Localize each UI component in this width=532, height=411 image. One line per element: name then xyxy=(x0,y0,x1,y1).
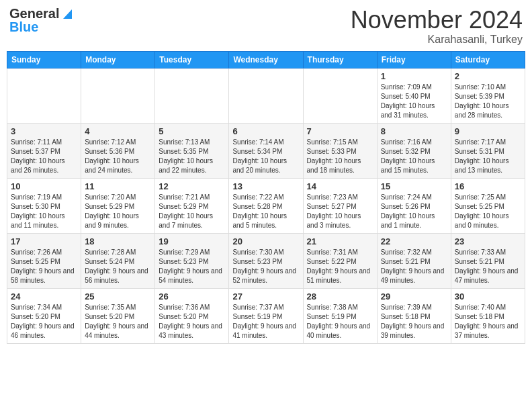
calendar-day-cell: 11Sunrise: 7:20 AMSunset: 5:29 PMDayligh… xyxy=(81,178,155,233)
day-info: Sunrise: 7:14 AMSunset: 5:34 PMDaylight:… xyxy=(232,138,299,175)
calendar-day-cell: 27Sunrise: 7:37 AMSunset: 5:19 PMDayligh… xyxy=(229,288,303,343)
day-of-week-header: Thursday xyxy=(303,51,377,68)
month-title: November 2024 xyxy=(351,7,523,34)
page-header: General Blue November 2024 Karahasanli, … xyxy=(7,7,525,46)
day-of-week-header: Wednesday xyxy=(229,51,303,68)
day-info: Sunrise: 7:40 AMSunset: 5:18 PMDaylight:… xyxy=(455,303,521,340)
day-info: Sunrise: 7:23 AMSunset: 5:27 PMDaylight:… xyxy=(307,193,373,230)
day-info: Sunrise: 7:33 AMSunset: 5:21 PMDaylight:… xyxy=(455,248,521,285)
day-number: 13 xyxy=(232,181,299,191)
day-number: 18 xyxy=(85,236,151,246)
day-number: 1 xyxy=(381,71,447,81)
title-block: November 2024 Karahasanli, Turkey xyxy=(351,7,523,46)
calendar-day-cell: 1Sunrise: 7:09 AMSunset: 5:40 PMDaylight… xyxy=(377,68,451,123)
calendar-day-cell: 7Sunrise: 7:15 AMSunset: 5:33 PMDaylight… xyxy=(303,123,377,178)
day-number: 12 xyxy=(159,181,225,191)
day-number: 25 xyxy=(85,291,151,302)
day-number: 20 xyxy=(232,236,299,246)
day-info: Sunrise: 7:12 AMSunset: 5:36 PMDaylight:… xyxy=(85,138,151,175)
calendar-day-cell: 3Sunrise: 7:11 AMSunset: 5:37 PMDaylight… xyxy=(7,123,81,178)
day-info: Sunrise: 7:20 AMSunset: 5:29 PMDaylight:… xyxy=(85,193,151,230)
calendar-week-row: 3Sunrise: 7:11 AMSunset: 5:37 PMDaylight… xyxy=(7,123,525,178)
day-info: Sunrise: 7:13 AMSunset: 5:35 PMDaylight:… xyxy=(159,138,225,175)
day-number: 8 xyxy=(381,126,447,136)
day-number: 5 xyxy=(159,126,225,136)
calendar-week-row: 1Sunrise: 7:09 AMSunset: 5:40 PMDaylight… xyxy=(7,68,525,123)
logo: General Blue xyxy=(9,7,72,34)
day-number: 26 xyxy=(159,291,225,302)
calendar-day-cell: 18Sunrise: 7:28 AMSunset: 5:24 PMDayligh… xyxy=(81,233,155,288)
calendar-day-cell: 2Sunrise: 7:10 AMSunset: 5:39 PMDaylight… xyxy=(451,68,525,123)
calendar-day-cell: 22Sunrise: 7:32 AMSunset: 5:21 PMDayligh… xyxy=(377,233,451,288)
day-number: 24 xyxy=(11,291,77,302)
calendar-day-cell: 10Sunrise: 7:19 AMSunset: 5:30 PMDayligh… xyxy=(7,178,81,233)
calendar-header-row: SundayMondayTuesdayWednesdayThursdayFrid… xyxy=(7,51,525,68)
calendar-week-row: 24Sunrise: 7:34 AMSunset: 5:20 PMDayligh… xyxy=(7,288,525,343)
day-info: Sunrise: 7:32 AMSunset: 5:21 PMDaylight:… xyxy=(381,248,447,285)
calendar-day-cell: 28Sunrise: 7:38 AMSunset: 5:19 PMDayligh… xyxy=(303,288,377,343)
calendar-day-cell xyxy=(155,68,229,123)
calendar-day-cell: 24Sunrise: 7:34 AMSunset: 5:20 PMDayligh… xyxy=(7,288,81,343)
day-info: Sunrise: 7:11 AMSunset: 5:37 PMDaylight:… xyxy=(11,138,77,175)
day-info: Sunrise: 7:24 AMSunset: 5:26 PMDaylight:… xyxy=(381,193,447,230)
day-info: Sunrise: 7:36 AMSunset: 5:20 PMDaylight:… xyxy=(159,303,225,340)
day-info: Sunrise: 7:15 AMSunset: 5:33 PMDaylight:… xyxy=(307,138,373,175)
calendar-day-cell xyxy=(7,68,81,123)
day-info: Sunrise: 7:34 AMSunset: 5:20 PMDaylight:… xyxy=(11,303,77,340)
calendar-day-cell: 16Sunrise: 7:25 AMSunset: 5:25 PMDayligh… xyxy=(451,178,525,233)
day-number: 3 xyxy=(11,126,77,136)
calendar-day-cell: 13Sunrise: 7:22 AMSunset: 5:28 PMDayligh… xyxy=(229,178,303,233)
calendar-day-cell: 21Sunrise: 7:31 AMSunset: 5:22 PMDayligh… xyxy=(303,233,377,288)
day-number: 28 xyxy=(307,291,373,302)
calendar-day-cell: 9Sunrise: 7:17 AMSunset: 5:31 PMDaylight… xyxy=(451,123,525,178)
calendar-day-cell: 29Sunrise: 7:39 AMSunset: 5:18 PMDayligh… xyxy=(377,288,451,343)
day-number: 10 xyxy=(11,181,77,191)
day-info: Sunrise: 7:25 AMSunset: 5:25 PMDaylight:… xyxy=(455,193,521,230)
day-of-week-header: Monday xyxy=(81,51,155,68)
day-number: 11 xyxy=(85,181,151,191)
calendar-day-cell: 4Sunrise: 7:12 AMSunset: 5:36 PMDaylight… xyxy=(81,123,155,178)
calendar-day-cell: 14Sunrise: 7:23 AMSunset: 5:27 PMDayligh… xyxy=(303,178,377,233)
calendar-day-cell: 5Sunrise: 7:13 AMSunset: 5:35 PMDaylight… xyxy=(155,123,229,178)
calendar-day-cell: 12Sunrise: 7:21 AMSunset: 5:29 PMDayligh… xyxy=(155,178,229,233)
day-number: 15 xyxy=(381,181,447,191)
day-number: 27 xyxy=(232,291,299,302)
day-number: 14 xyxy=(307,181,373,191)
day-info: Sunrise: 7:35 AMSunset: 5:20 PMDaylight:… xyxy=(85,303,151,340)
day-number: 7 xyxy=(307,126,373,136)
day-of-week-header: Tuesday xyxy=(155,51,229,68)
day-info: Sunrise: 7:09 AMSunset: 5:40 PMDaylight:… xyxy=(381,83,447,120)
calendar-day-cell: 8Sunrise: 7:16 AMSunset: 5:32 PMDaylight… xyxy=(377,123,451,178)
day-number: 16 xyxy=(455,181,521,191)
day-number: 22 xyxy=(381,236,447,246)
logo-blue: Blue xyxy=(9,19,38,34)
calendar-day-cell: 26Sunrise: 7:36 AMSunset: 5:20 PMDayligh… xyxy=(155,288,229,343)
day-number: 17 xyxy=(11,236,77,246)
day-info: Sunrise: 7:10 AMSunset: 5:39 PMDaylight:… xyxy=(455,83,521,120)
calendar-day-cell xyxy=(229,68,303,123)
calendar-day-cell: 15Sunrise: 7:24 AMSunset: 5:26 PMDayligh… xyxy=(377,178,451,233)
day-info: Sunrise: 7:26 AMSunset: 5:25 PMDaylight:… xyxy=(11,248,77,285)
logo-general: General xyxy=(9,7,59,20)
day-number: 19 xyxy=(159,236,225,246)
day-of-week-header: Friday xyxy=(377,51,451,68)
day-number: 23 xyxy=(455,236,521,246)
calendar-day-cell: 17Sunrise: 7:26 AMSunset: 5:25 PMDayligh… xyxy=(7,233,81,288)
calendar-day-cell: 6Sunrise: 7:14 AMSunset: 5:34 PMDaylight… xyxy=(229,123,303,178)
calendar-day-cell: 23Sunrise: 7:33 AMSunset: 5:21 PMDayligh… xyxy=(451,233,525,288)
calendar-day-cell xyxy=(81,68,155,123)
calendar-table: SundayMondayTuesdayWednesdayThursdayFrid… xyxy=(7,51,525,344)
day-number: 9 xyxy=(455,126,521,136)
day-info: Sunrise: 7:31 AMSunset: 5:22 PMDaylight:… xyxy=(307,248,373,285)
day-info: Sunrise: 7:17 AMSunset: 5:31 PMDaylight:… xyxy=(455,138,521,175)
day-info: Sunrise: 7:16 AMSunset: 5:32 PMDaylight:… xyxy=(381,138,447,175)
location-subtitle: Karahasanli, Turkey xyxy=(351,34,523,46)
day-number: 30 xyxy=(455,291,521,302)
calendar-day-cell: 25Sunrise: 7:35 AMSunset: 5:20 PMDayligh… xyxy=(81,288,155,343)
day-info: Sunrise: 7:37 AMSunset: 5:19 PMDaylight:… xyxy=(232,303,299,340)
day-info: Sunrise: 7:29 AMSunset: 5:23 PMDaylight:… xyxy=(159,248,225,285)
day-of-week-header: Sunday xyxy=(7,51,81,68)
day-number: 2 xyxy=(455,71,521,81)
day-info: Sunrise: 7:39 AMSunset: 5:18 PMDaylight:… xyxy=(381,303,447,340)
day-info: Sunrise: 7:38 AMSunset: 5:19 PMDaylight:… xyxy=(307,303,373,340)
